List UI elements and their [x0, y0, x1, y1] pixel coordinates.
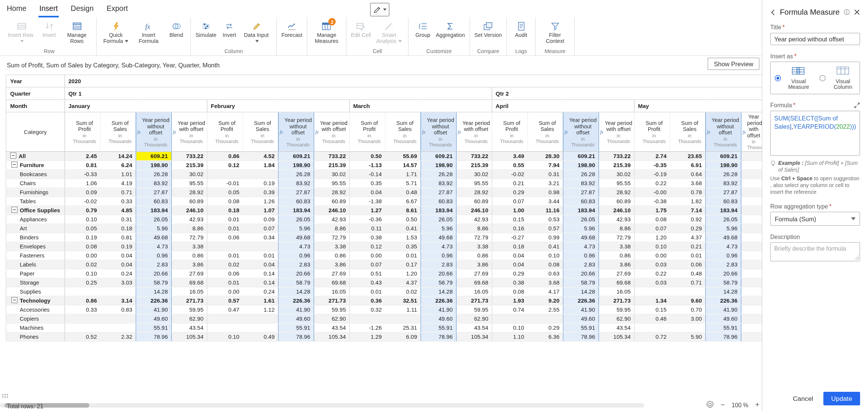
tab-export[interactable]: Export — [105, 0, 129, 18]
data-cell[interactable]: 1.93 — [492, 296, 528, 305]
data-cell[interactable]: 0.34 — [243, 233, 278, 242]
data-cell[interactable]: 32.51 — [385, 296, 421, 305]
data-cell[interactable]: 0.07 — [492, 197, 528, 206]
data-cell[interactable]: 609.21 — [421, 152, 457, 161]
data-cell[interactable]: 0.41 — [385, 224, 421, 233]
measure-header[interactable]: Sum of Salesin Thousands — [385, 112, 421, 152]
data-cell[interactable]: 0.96 — [278, 251, 314, 260]
data-cell[interactable]: 0.10 — [207, 332, 243, 341]
data-cell[interactable]: 1.01 — [100, 170, 136, 179]
data-cell[interactable]: 1.07 — [243, 206, 278, 215]
data-cell[interactable]: 27.87 — [563, 188, 599, 197]
data-cell[interactable]: 0.17 — [385, 260, 421, 269]
data-cell[interactable]: 95.55 — [171, 179, 207, 188]
data-cell[interactable]: 58.79 — [706, 278, 741, 287]
row-label[interactable]: Furnishings — [6, 188, 65, 197]
data-cell[interactable]: 59.95 — [599, 305, 634, 314]
aggregation-button[interactable]: Aggregation — [434, 20, 466, 40]
data-cell[interactable]: 1.71 — [385, 170, 421, 179]
data-cell[interactable]: 20.66 — [563, 269, 599, 278]
data-cell[interactable]: 0.33 — [100, 197, 136, 206]
data-cell[interactable]: 0.18 — [492, 242, 528, 251]
month-cell[interactable]: March — [350, 100, 492, 112]
data-cell[interactable]: 27.69 — [599, 269, 634, 278]
data-cell[interactable]: 8.86 — [456, 224, 492, 233]
data-cell[interactable]: 62.90 — [171, 314, 207, 323]
data-cell[interactable]: 0.10 — [527, 251, 563, 260]
data-cell[interactable]: 26.28 — [278, 170, 314, 179]
data-cell[interactable]: 0.08 — [634, 215, 670, 224]
data-cell[interactable]: 0.00 — [65, 251, 101, 260]
data-cell[interactable]: 183.94 — [421, 206, 457, 215]
data-cell[interactable]: 0.10 — [492, 323, 528, 332]
data-cell[interactable]: 0.19 — [100, 242, 136, 251]
data-cell[interactable]: 69.68 — [456, 278, 492, 287]
row-label[interactable]: Chairs — [6, 179, 65, 188]
data-cell[interactable]: 0.19 — [65, 233, 101, 242]
data-cell[interactable]: 271.73 — [599, 296, 634, 305]
row-label[interactable]: Appliances — [6, 215, 65, 224]
data-cell[interactable] — [243, 170, 278, 179]
data-cell[interactable]: 43.54 — [456, 323, 492, 332]
data-cell[interactable]: 0.98 — [527, 188, 563, 197]
data-cell[interactable]: 25.31 — [385, 323, 421, 332]
data-cell[interactable]: 0.02 — [385, 287, 421, 296]
data-cell[interactable]: 105.34 — [171, 332, 207, 341]
blend-button[interactable]: Blend — [165, 20, 188, 40]
data-cell[interactable]: 20.66 — [421, 269, 457, 278]
simulate-button[interactable]: Simulate — [194, 20, 218, 40]
data-cell[interactable]: 0.07 — [243, 224, 278, 233]
data-cell[interactable]: 55.91 — [421, 323, 457, 332]
zoom-in-button[interactable]: + — [755, 400, 760, 409]
data-cell[interactable] — [243, 323, 278, 332]
data-cell[interactable]: 183.94 — [563, 206, 599, 215]
forecast-button[interactable]: Forecast — [280, 20, 304, 40]
close-icon[interactable] — [854, 9, 860, 15]
data-cell[interactable]: 27.69 — [456, 269, 492, 278]
data-cell[interactable]: 0.31 — [100, 215, 136, 224]
resize-handle-icon[interactable] — [854, 255, 859, 260]
quick-edit-button[interactable] — [370, 3, 390, 17]
measure-header[interactable]: Sum of Profitin Thousands — [65, 112, 101, 152]
data-cell[interactable]: 60.89 — [171, 197, 207, 206]
data-cell[interactable]: 27.87 — [421, 188, 457, 197]
data-cell[interactable]: 26.28 — [136, 170, 172, 179]
horizontal-scrollbar[interactable] — [0, 403, 644, 408]
update-button[interactable]: Update — [823, 392, 860, 405]
data-cell[interactable]: 49.68 — [563, 233, 599, 242]
data-cell[interactable]: 28.92 — [314, 188, 350, 197]
data-cell[interactable]: 9.60 — [670, 296, 706, 305]
data-cell[interactable]: -0.02 — [65, 197, 101, 206]
quarter-cell[interactable]: Qtr 2 — [492, 87, 762, 100]
data-cell[interactable]: 0.86 — [65, 296, 101, 305]
data-cell[interactable]: 28.30 — [527, 152, 563, 161]
data-cell[interactable]: -0.00 — [634, 188, 670, 197]
data-cell[interactable]: 105.34 — [599, 332, 634, 341]
data-cell[interactable]: 3.14 — [100, 296, 136, 305]
data-cell[interactable]: 1.20 — [385, 269, 421, 278]
data-cell[interactable]: 95.55 — [314, 179, 350, 188]
data-cell[interactable]: 3.38 — [599, 242, 634, 251]
data-cell[interactable]: 733.22 — [456, 152, 492, 161]
data-cell[interactable]: 0.11 — [350, 224, 385, 233]
data-cell[interactable]: 1.20 — [634, 233, 670, 242]
data-cell[interactable]: 30.02 — [171, 170, 207, 179]
data-cell[interactable]: 0.15 — [492, 215, 528, 224]
month-cell[interactable]: February — [207, 100, 350, 112]
data-cell[interactable]: 198.90 — [563, 161, 599, 170]
data-cell[interactable]: 0.46 — [634, 314, 670, 323]
data-cell[interactable]: 58.79 — [136, 278, 172, 287]
data-cell[interactable]: 0.16 — [492, 224, 528, 233]
data-cell[interactable]: 83.92 — [136, 179, 172, 188]
data-cell[interactable]: 27.69 — [171, 269, 207, 278]
data-cell[interactable]: 3.44 — [527, 197, 563, 206]
data-cell[interactable]: 3.38 — [314, 242, 350, 251]
data-cell[interactable]: 0.29 — [527, 323, 563, 332]
data-cell[interactable]: 0.86 — [314, 251, 350, 260]
data-cell[interactable]: 41.90 — [706, 305, 741, 314]
measure-header[interactable]: Sum of Salesin Thousands — [670, 112, 706, 152]
data-cell[interactable]: 198.90 — [278, 161, 314, 170]
data-cell[interactable]: 0.48 — [670, 269, 706, 278]
row-label[interactable]: Supplies — [6, 287, 65, 296]
data-cell[interactable]: 0.04 — [492, 260, 528, 269]
